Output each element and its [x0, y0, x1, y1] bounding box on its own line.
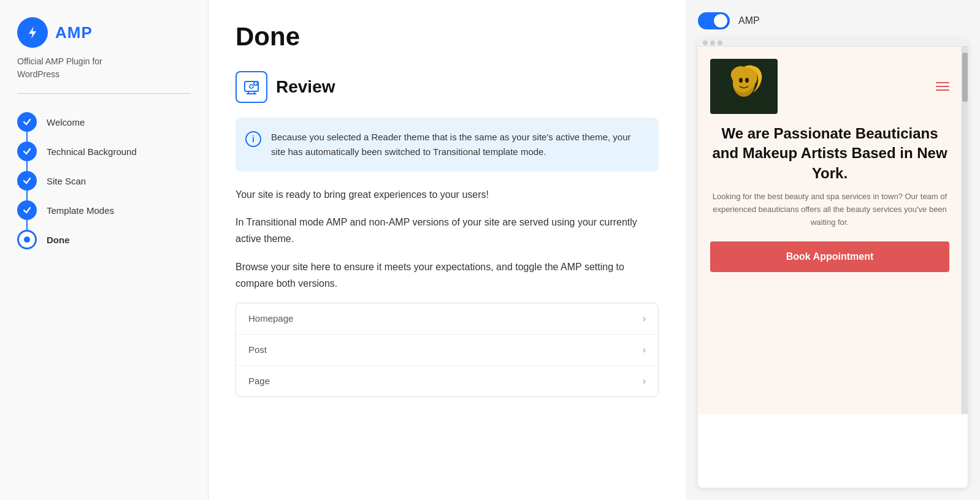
link-page[interactable]: Page › [236, 366, 658, 396]
step-label-technical: Technical Background [47, 146, 137, 157]
body-text-2: In Transitional mode AMP and non-AMP ver… [235, 214, 659, 247]
step-item-done[interactable]: Done [17, 225, 191, 254]
sidebar-steps: Welcome Technical Background Site Scan T… [17, 107, 191, 254]
content-area: Done Review i Because you selected a Rea… [209, 0, 686, 500]
step-label-site-scan: Site Scan [47, 176, 86, 186]
sidebar-subtitle: Official AMP Plugin forWordPress [17, 55, 191, 81]
chevron-homepage-icon: › [643, 313, 646, 324]
toggle-thumb [714, 14, 727, 28]
review-header: Review [235, 71, 659, 103]
browser-dot-2 [710, 40, 715, 45]
browser-bar [698, 39, 968, 47]
browser-mock: We are Passionate Beauticians and Makeup… [698, 39, 968, 488]
amp-logo-icon [17, 17, 48, 48]
preview-hero-title: We are Passionate Beauticians and Makeup… [710, 124, 949, 183]
step-label-done: Done [47, 235, 70, 245]
toggle-track [698, 12, 730, 29]
svg-point-11 [739, 78, 743, 83]
link-homepage-label: Homepage [248, 313, 293, 324]
menu-line-2 [936, 86, 949, 87]
info-icon: i [245, 131, 261, 147]
chevron-post-icon: › [643, 344, 646, 355]
chevron-page-icon: › [643, 376, 646, 387]
logo-title: AMP [55, 23, 93, 42]
preview-toggle-row: AMP [698, 12, 968, 29]
link-page-label: Page [248, 376, 270, 386]
preview-header-bar [710, 59, 949, 114]
main-area: Done Review i Because you selected a Rea… [209, 0, 980, 500]
sidebar: AMP Official AMP Plugin forWordPress Wel… [0, 0, 209, 500]
step-circle-done [17, 230, 37, 249]
svg-point-12 [745, 78, 749, 83]
browser-dot-1 [703, 40, 708, 45]
preview-scrollbar[interactable] [962, 47, 968, 414]
preview-logo-image [710, 59, 778, 114]
page-title: Done [235, 22, 659, 51]
menu-line-3 [936, 89, 949, 91]
book-appointment-button[interactable]: Book Appointment [710, 241, 949, 272]
step-circle-template-modes [17, 200, 37, 220]
link-homepage[interactable]: Homepage › [236, 303, 658, 335]
link-post-label: Post [248, 344, 267, 355]
browser-dot-3 [718, 40, 722, 45]
scrollbar-thumb [962, 53, 968, 102]
info-message: Because you selected a Reader theme that… [271, 130, 646, 159]
info-box: i Because you selected a Reader theme th… [235, 118, 659, 172]
step-item-site-scan[interactable]: Site Scan [17, 166, 191, 195]
preview-hero-subtitle: Looking for the best beauty and spa serv… [710, 191, 949, 229]
step-circle-site-scan [17, 171, 37, 191]
review-icon [235, 71, 267, 103]
menu-line-1 [936, 82, 949, 83]
review-title: Review [276, 77, 335, 97]
preview-panel: AMP [686, 0, 980, 500]
step-item-welcome[interactable]: Welcome [17, 107, 191, 137]
website-preview: We are Passionate Beauticians and Makeup… [698, 47, 962, 414]
preview-with-scrollbar: We are Passionate Beauticians and Makeup… [698, 47, 968, 414]
step-item-template-modes[interactable]: Template Modes [17, 195, 191, 225]
svg-marker-0 [29, 26, 36, 39]
amp-toggle[interactable] [698, 12, 730, 29]
sidebar-logo: AMP [17, 17, 191, 48]
links-list: Homepage › Post › Page › [235, 303, 659, 397]
body-text-1: Your site is ready to bring great experi… [235, 186, 659, 203]
preview-hamburger-icon[interactable] [936, 82, 949, 91]
step-label-welcome: Welcome [47, 117, 85, 127]
toggle-label: AMP [738, 15, 760, 26]
step-circle-welcome [17, 112, 37, 132]
step-circle-technical [17, 142, 37, 161]
step-label-template-modes: Template Modes [47, 205, 114, 216]
step-item-technical[interactable]: Technical Background [17, 137, 191, 166]
sidebar-divider [17, 93, 191, 94]
svg-point-2 [250, 85, 253, 88]
link-post[interactable]: Post › [236, 335, 658, 366]
body-text-3: Browse your site here to ensure it meets… [235, 259, 659, 292]
